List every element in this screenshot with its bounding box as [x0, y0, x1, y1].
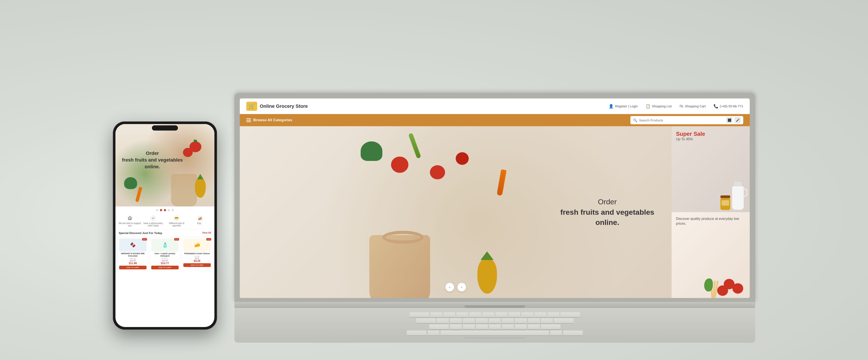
phone-dot-2 — [160, 209, 162, 211]
honey-jar-decoration — [720, 195, 730, 210]
jar-label — [721, 200, 729, 205]
nav-phone-number: 📞 (+49) 55-66-771 — [713, 104, 743, 109]
phone-dot-1 — [156, 209, 158, 211]
milk-bottle-decoration — [730, 182, 745, 212]
hero-carousel-arrows: ‹ › — [445, 283, 466, 292]
phone-products-row: 23% 🍫 HERSHEY'S EGGIES Milk Chocolate (9… — [116, 236, 214, 272]
phone-add-to-cart-3[interactable]: ADD TO CART — [183, 263, 211, 267]
laptop-mockup: 🛒 Online Grocery Store 👤 Register | Logi… — [235, 93, 755, 342]
phone-product-card-1: 23% 🍫 HERSHEY'S EGGIES Milk Chocolate (9… — [118, 237, 148, 271]
mic-button[interactable]: 🎤 — [735, 117, 741, 123]
phone-product-old-price-1: $15.38 — [119, 260, 147, 262]
keyboard-row-1 — [247, 312, 742, 317]
shopping-cart-label: Shopping Cart — [685, 104, 706, 108]
next-arrow-icon: › — [461, 285, 462, 289]
phone-product-price-1: $11.98 — [119, 262, 147, 265]
phone-product-img-1: 🍫 — [119, 238, 147, 252]
phone-add-to-cart-2[interactable]: ADD TO CART — [151, 266, 179, 269]
kb-t — [483, 312, 494, 317]
shopping-cart-icon: 🛍 — [679, 104, 683, 108]
phone-add-to-cart-1[interactable]: ADD TO CART — [119, 266, 147, 269]
kb-ctrl — [407, 330, 426, 335]
phone-feature-refund: ↩ have a refund policy until 3 days — [142, 215, 164, 227]
hero-tomato-3 — [456, 152, 469, 165]
hero-grocery-bag — [369, 235, 430, 298]
kb-tab — [410, 312, 429, 317]
kb-u — [508, 312, 520, 317]
milk-body — [732, 186, 744, 210]
kb-m — [528, 324, 540, 329]
search-bar: 🔍 ⬛ 🎤 — [630, 116, 743, 124]
phone-product-name-2: Gain + Liquid Laundry Detergent — [151, 253, 179, 257]
milk-handle — [743, 188, 748, 197]
nav-shopping-cart[interactable]: 🛍 Shopping Cart — [679, 104, 706, 108]
hero-text: Order fresh fruits and vegetables online… — [560, 197, 654, 228]
hamburger-line-1 — [246, 119, 251, 119]
milk-cap — [734, 182, 742, 186]
nav-register-login[interactable]: 👤 Register | Login — [609, 104, 638, 109]
cart-logo-icon: 🛒 — [246, 102, 257, 111]
kb-g — [489, 318, 501, 323]
quality-text: Discover quality produce at everyday low… — [676, 217, 745, 226]
laptop-bezel: 🛒 Online Grocery Store 👤 Register | Logi… — [235, 93, 755, 302]
phone-product-card-2: 31% 🧴 Gain + Liquid Laundry Detergent (4… — [150, 237, 180, 271]
kb-a — [437, 318, 449, 323]
phone-tomato-2 — [183, 148, 193, 157]
quality-panel: Discover quality produce at everyday low… — [672, 212, 750, 298]
phone-feature-delivery: 🚚 Exp... — [189, 215, 211, 227]
kb-enter — [554, 318, 574, 323]
header-nav: 👤 Register | Login 📋 Shopping List 🛍 Sho… — [609, 104, 743, 109]
phone-product-img-3: 🧀 — [183, 238, 211, 252]
phone-product-img-2: 🧴 — [151, 238, 179, 252]
kb-v — [489, 324, 501, 329]
phone-discount-title: Special Discount Just For Today — [119, 231, 162, 235]
phone-pineapple — [195, 178, 206, 198]
phone-support-icon: 🎧 — [127, 215, 133, 221]
kb-e — [456, 312, 468, 317]
laptop-keyboard — [235, 308, 755, 342]
phone-dot-3 — [164, 209, 166, 211]
phone-view-all[interactable]: View All — [202, 231, 211, 235]
search-icon: 🔍 — [633, 118, 637, 122]
kb-backspace — [560, 312, 580, 317]
phone-product-name-3: Philadelphia Cream Cheese — [183, 253, 211, 255]
kb-j — [515, 318, 527, 323]
site-main-content: Order fresh fruits and vegetables online… — [240, 126, 750, 298]
laptop-device: 🛒 Online Grocery Store 👤 Register | Logi… — [235, 93, 755, 342]
phone-feature-payment: 💳 Different type of payment — [165, 215, 188, 227]
barcode-scan-button[interactable]: ⬛ — [726, 117, 733, 123]
browse-all-categories-button[interactable]: Browse All Categories — [246, 118, 292, 122]
hero-line1: Order — [598, 198, 617, 206]
kb-alt — [428, 330, 439, 335]
hamburger-line-3 — [246, 122, 251, 122]
hero-section: Order fresh fruits and vegetables online… — [240, 126, 672, 298]
hero-next-arrow[interactable]: › — [458, 283, 466, 292]
phone-dot-5 — [172, 209, 174, 211]
kb-k — [528, 318, 540, 323]
hero-prev-arrow[interactable]: ‹ — [445, 283, 454, 292]
kb-n — [515, 324, 527, 329]
kb-ctrl-r — [563, 330, 583, 335]
sale-text: Super Sale Up To 45% — [676, 131, 745, 141]
kb-i — [522, 312, 533, 317]
phone-number-label: (+49) 55-66-771 — [720, 104, 743, 108]
search-input[interactable] — [639, 119, 724, 122]
jar-body — [720, 198, 730, 210]
phone-feature-label-delivery: Exp... — [197, 222, 203, 225]
phone-features-row: 🎧 We are here to support you ↩ have a re… — [116, 213, 214, 229]
kb-c — [476, 324, 488, 329]
nav-shopping-list[interactable]: 📋 Shopping List — [646, 104, 672, 109]
phone-feature-support: 🎧 We are here to support you — [119, 215, 141, 227]
phone-hero: Order fresh fruits and vegetables online… — [116, 124, 214, 206]
search-actions: ⬛ 🎤 — [726, 117, 741, 123]
browse-categories-label: Browse All Categories — [253, 118, 292, 122]
hamburger-line-2 — [246, 120, 251, 121]
phone-mockup: Order fresh fruits and vegetables online… — [113, 122, 217, 330]
laptop-trackpad[interactable] — [464, 338, 525, 338]
prev-arrow-icon: ‹ — [449, 285, 450, 289]
super-sale-panel: Super Sale Up To 45% — [672, 126, 750, 212]
kb-s — [450, 318, 462, 323]
sale-subtitle: Up To 45% — [676, 137, 745, 141]
phone-icon: 📞 — [713, 104, 718, 109]
phone-product-weight-3: (1 Kg) — [183, 255, 211, 257]
